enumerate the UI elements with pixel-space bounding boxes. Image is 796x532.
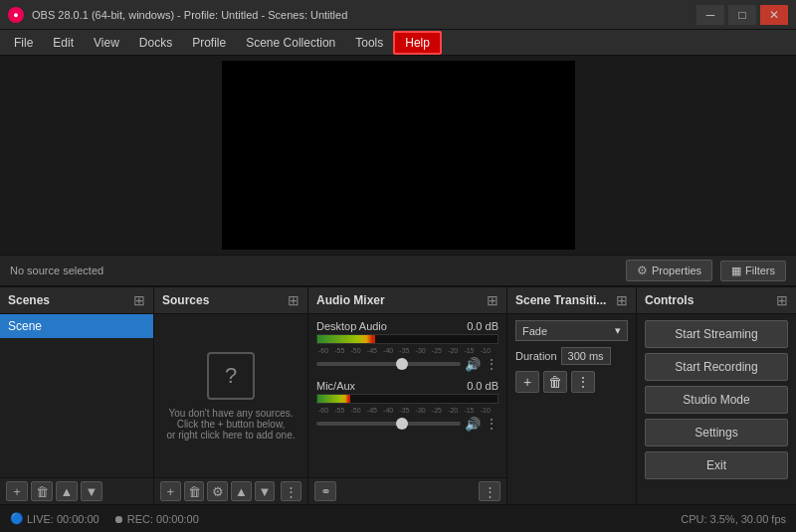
menu-file[interactable]: File	[4, 33, 43, 53]
sources-add-button[interactable]: +	[160, 481, 181, 501]
scenes-panel-title: Scenes	[8, 293, 50, 307]
mic-aux-mute[interactable]: 🔊	[465, 417, 481, 432]
audio-panel-bottom: ⚭ ⋮	[308, 477, 506, 504]
mic-aux-controls: 🔊 ⋮	[316, 416, 498, 432]
rec-label: REC:	[127, 513, 153, 525]
scene-item[interactable]: Scene	[0, 314, 153, 338]
rec-status: ⏺ REC: 00:00:00	[113, 513, 199, 525]
transition-value: Fade	[522, 325, 547, 337]
sources-up-button[interactable]: ▲	[231, 481, 252, 501]
sources-content[interactable]: ? You don't have any sources. Click the …	[154, 314, 307, 477]
audio-menu-button[interactable]: ⋮	[479, 481, 500, 501]
rec-time: 00:00:00	[156, 513, 199, 525]
audio-panel-menu-icon[interactable]: ⊞	[487, 292, 498, 308]
desktop-audio-name: Desktop Audio	[316, 320, 387, 332]
app-icon: ●	[8, 7, 24, 23]
controls-panel-menu-icon[interactable]: ⊞	[776, 292, 788, 308]
scenes-down-button[interactable]: ▼	[81, 481, 102, 501]
audio-content: Desktop Audio 0.0 dB -60 -55 -50 -45 -40…	[308, 314, 506, 477]
audio-mixer-panel: Audio Mixer ⊞ Desktop Audio 0.0 dB -60 -…	[308, 287, 507, 504]
transition-select[interactable]: Fade ▾	[515, 320, 628, 341]
transitions-menu-button[interactable]: ⋮	[571, 371, 595, 393]
controls-panel-header: Controls ⊞	[637, 287, 796, 314]
desktop-audio-ticks: -60 -55 -50 -45 -40 -35 -30 -25 -20 -15 …	[316, 347, 498, 354]
transitions-panel-header: Scene Transiti... ⊞	[507, 287, 636, 314]
filters-icon: ▦	[731, 265, 741, 277]
menu-edit[interactable]: Edit	[43, 33, 84, 53]
minimize-button[interactable]: ─	[696, 5, 724, 25]
gear-icon: ⚙	[637, 264, 648, 277]
duration-label: Duration	[515, 350, 557, 362]
desktop-audio-db: 0.0 dB	[467, 320, 498, 332]
sources-settings-button[interactable]: ⚙	[207, 481, 228, 501]
live-icon: 🔵	[10, 512, 24, 525]
sources-menu-button[interactable]: ⋮	[281, 481, 301, 501]
properties-button[interactable]: ⚙ Properties	[626, 260, 712, 281]
start-streaming-button[interactable]: Start Streaming	[645, 320, 788, 348]
menu-scene-collection[interactable]: Scene Collection	[236, 33, 345, 53]
sources-panel-menu-icon[interactable]: ⊞	[288, 292, 299, 308]
mic-aux-knob[interactable]	[396, 418, 408, 430]
desktop-audio-mute[interactable]: 🔊	[465, 357, 481, 372]
scenes-panel: Scenes ⊞ Scene + 🗑 ▲ ▼	[0, 287, 154, 504]
controls-panel-title: Controls	[645, 293, 694, 307]
close-button[interactable]: ✕	[760, 5, 788, 25]
transitions-content: Fade ▾ Duration 300 ms + 🗑 ⋮	[507, 314, 636, 504]
filters-button[interactable]: ▦ Filters	[720, 261, 786, 281]
scenes-add-button[interactable]: +	[6, 481, 28, 501]
transitions-panel-menu-icon[interactable]: ⊞	[616, 292, 628, 308]
mic-aux-meter	[316, 394, 498, 404]
live-status: 🔵 LIVE: 00:00:00	[10, 512, 100, 525]
sources-down-button[interactable]: ▼	[255, 481, 276, 501]
duration-row: Duration 300 ms	[515, 347, 628, 365]
question-mark: ?	[225, 363, 237, 389]
scenes-panel-bottom: + 🗑 ▲ ▼	[0, 477, 153, 504]
transitions-add-button[interactable]: +	[515, 371, 539, 393]
desktop-audio-knob[interactable]	[396, 358, 408, 370]
panels: Scenes ⊞ Scene + 🗑 ▲ ▼ Sources ⊞ ? You d…	[0, 286, 796, 504]
desktop-audio-slider[interactable]	[316, 362, 461, 366]
exit-button[interactable]: Exit	[645, 451, 788, 479]
audio-link-button[interactable]: ⚭	[314, 481, 336, 501]
filters-label: Filters	[745, 265, 775, 276]
title-bar: ● OBS 28.0.1 (64-bit, windows) - Profile…	[0, 0, 796, 30]
scenes-panel-header: Scenes ⊞	[0, 287, 153, 314]
menu-docks[interactable]: Docks	[129, 33, 182, 53]
scenes-delete-button[interactable]: 🗑	[31, 481, 53, 501]
desktop-audio-menu[interactable]: ⋮	[485, 356, 498, 372]
menu-help[interactable]: Help	[393, 31, 442, 55]
settings-button[interactable]: Settings	[645, 419, 788, 446]
preview-canvas[interactable]	[222, 61, 575, 250]
transitions-panel-title: Scene Transiti...	[515, 293, 606, 307]
studio-mode-button[interactable]: Studio Mode	[645, 386, 788, 414]
sources-panel-title: Sources	[162, 293, 209, 307]
menu-tools[interactable]: Tools	[345, 33, 393, 53]
desktop-audio-channel: Desktop Audio 0.0 dB -60 -55 -50 -45 -40…	[316, 320, 498, 372]
no-source-label: No source selected	[10, 265, 618, 276]
duration-input[interactable]: 300 ms	[561, 347, 611, 365]
toolbar-row: No source selected ⚙ Properties ▦ Filter…	[0, 255, 796, 286]
rec-icon: ⏺	[113, 513, 124, 525]
mic-aux-slider[interactable]	[316, 422, 461, 426]
start-recording-button[interactable]: Start Recording	[645, 353, 788, 381]
mic-aux-db: 0.0 dB	[467, 380, 498, 392]
properties-label: Properties	[652, 265, 701, 276]
maximize-button[interactable]: □	[728, 5, 756, 25]
transitions-delete-button[interactable]: 🗑	[543, 371, 567, 393]
mic-aux-name: Mic/Aux	[316, 380, 355, 392]
scenes-panel-menu-icon[interactable]: ⊞	[133, 292, 145, 308]
menu-bar: File Edit View Docks Profile Scene Colle…	[0, 30, 796, 56]
scenes-up-button[interactable]: ▲	[56, 481, 78, 501]
window-title: OBS 28.0.1 (64-bit, windows) - Profile: …	[32, 9, 696, 21]
menu-profile[interactable]: Profile	[182, 33, 236, 53]
mic-aux-menu[interactable]: ⋮	[485, 416, 498, 432]
menu-view[interactable]: View	[84, 33, 129, 53]
mic-aux-bar	[317, 395, 350, 403]
audio-panel-header: Audio Mixer ⊞	[308, 287, 506, 314]
preview-area	[0, 56, 796, 255]
sources-panel: Sources ⊞ ? You don't have any sources. …	[154, 287, 308, 504]
chevron-down-icon: ▾	[615, 324, 621, 337]
status-bar: 🔵 LIVE: 00:00:00 ⏺ REC: 00:00:00 CPU: 3.…	[0, 504, 796, 532]
sources-delete-button[interactable]: 🗑	[184, 481, 205, 501]
live-label: LIVE:	[27, 513, 54, 525]
